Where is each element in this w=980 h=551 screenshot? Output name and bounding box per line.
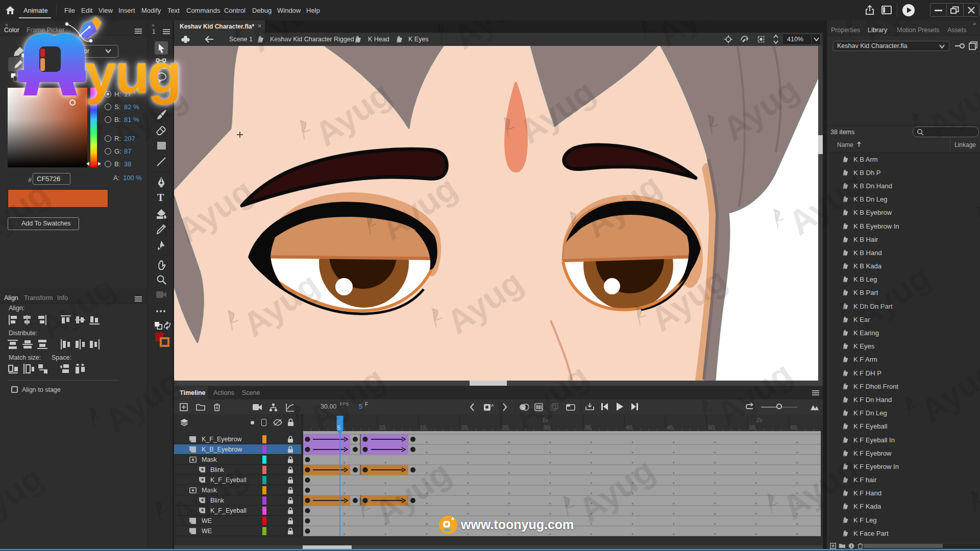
svg-text:2s: 2s xyxy=(756,417,763,423)
svg-text:40: 40 xyxy=(626,424,632,431)
svg-text:10: 10 xyxy=(379,424,385,431)
svg-text:30: 30 xyxy=(544,424,550,431)
svg-text:55: 55 xyxy=(749,424,755,431)
svg-text:60: 60 xyxy=(791,424,797,431)
svg-text:45: 45 xyxy=(667,424,673,431)
svg-text:20: 20 xyxy=(461,424,468,431)
svg-text:1s: 1s xyxy=(542,417,548,423)
svg-text:A: A xyxy=(491,403,494,408)
svg-text:35: 35 xyxy=(584,424,591,431)
svg-text:15: 15 xyxy=(420,424,426,431)
svg-text:5: 5 xyxy=(337,424,340,431)
svg-text:25: 25 xyxy=(502,424,508,431)
svg-text:50: 50 xyxy=(708,424,714,431)
